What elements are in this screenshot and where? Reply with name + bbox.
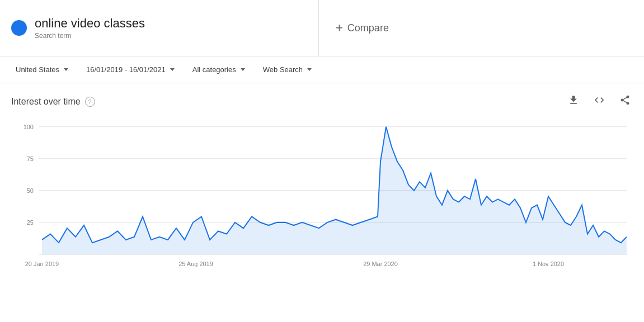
download-icon [568, 94, 579, 106]
region-filter[interactable]: United States [11, 62, 73, 77]
compare-button[interactable]: + Compare [336, 21, 389, 35]
region-label: United States [16, 65, 59, 74]
chart-header: Interest over time ? [11, 92, 633, 111]
svg-text:25 Aug 2019: 25 Aug 2019 [178, 260, 213, 267]
chart-svg: 100 75 50 25 20 Jan 2019 25 Aug 2019 29 … [11, 115, 633, 272]
compare-section: + Compare [319, 12, 644, 44]
svg-text:1 Nov 2020: 1 Nov 2020 [533, 260, 564, 267]
svg-text:75: 75 [27, 155, 34, 162]
search-type-filter[interactable]: Web Search [258, 62, 316, 77]
svg-text:25: 25 [27, 219, 34, 226]
filters-bar: United States 16/01/2019 - 16/01/2021 Al… [0, 56, 644, 83]
search-type-label: Web Search [263, 65, 303, 74]
svg-text:50: 50 [27, 187, 34, 194]
categories-label: All categories [192, 65, 236, 74]
date-filter[interactable]: 16/01/2019 - 16/01/2021 [82, 62, 179, 77]
categories-chevron-icon [241, 68, 245, 71]
share-button[interactable] [617, 92, 633, 111]
chart-section: Interest over time ? 100 [0, 83, 644, 272]
search-term-section: online video classes Search term [0, 0, 319, 56]
svg-text:20 Jan 2019: 20 Jan 2019 [25, 260, 59, 267]
embed-icon [594, 94, 605, 106]
chart-actions [566, 92, 633, 111]
share-icon [619, 94, 631, 106]
svg-text:29 Mar 2020: 29 Mar 2020 [363, 260, 398, 267]
plus-icon: + [336, 21, 343, 35]
region-chevron-icon [64, 68, 68, 71]
svg-text:100: 100 [23, 124, 34, 130]
chart-title-text: Interest over time [11, 97, 81, 107]
header: online video classes Search term + Compa… [0, 0, 644, 56]
chart-container: 100 75 50 25 20 Jan 2019 25 Aug 2019 29 … [11, 115, 633, 272]
download-button[interactable] [566, 92, 581, 111]
search-term-title: online video classes [35, 16, 145, 31]
compare-label: Compare [347, 22, 389, 34]
date-label: 16/01/2019 - 16/01/2021 [86, 65, 166, 74]
date-chevron-icon [170, 68, 175, 71]
categories-filter[interactable]: All categories [188, 62, 250, 77]
embed-button[interactable] [591, 92, 607, 111]
chart-title-group: Interest over time ? [11, 97, 95, 107]
help-icon[interactable]: ? [85, 97, 95, 107]
blue-dot [11, 20, 27, 36]
search-term-text: online video classes Search term [35, 16, 145, 40]
search-type-chevron-icon [307, 68, 312, 71]
search-term-subtitle: Search term [35, 32, 71, 40]
